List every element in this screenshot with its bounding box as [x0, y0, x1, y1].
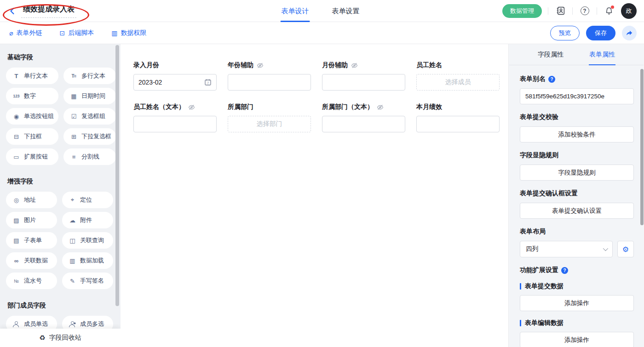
external-link-icon — [9, 30, 13, 36]
backend-script-icon — [59, 30, 65, 36]
image-icon — [12, 217, 20, 224]
tab-form-design[interactable]: 表单设计 — [282, 0, 309, 22]
field-item-label: 图片 — [24, 216, 36, 224]
form-external-link[interactable]: 表单外链 — [9, 29, 42, 37]
field-item-label: 复选框组 — [81, 112, 105, 120]
submit-data-label: 表单提交数据 — [520, 282, 634, 290]
field-item-single-line-text[interactable]: 单行文本 — [6, 68, 58, 84]
field-item-extend-button[interactable]: 扩展按钮 — [6, 148, 58, 165]
help-icon[interactable]: ? — [548, 76, 555, 83]
chevron-down-icon — [603, 246, 608, 251]
field-item-multi-line-text[interactable]: 多行文本 — [63, 68, 116, 84]
back-button[interactable] — [8, 7, 17, 15]
field-item-address[interactable]: 地址 — [6, 192, 57, 208]
field-item-divider-line[interactable]: 分割线 — [63, 148, 116, 165]
page-title: 绩效提成录入表 — [21, 4, 76, 18]
field-item-datetime[interactable]: 日期时间 — [63, 88, 116, 104]
tab-form-properties[interactable]: 表单属性 — [589, 44, 615, 65]
field-item-radio-group[interactable]: 单选按钮组 — [6, 108, 58, 125]
form-layout-label: 表单布局 — [520, 228, 634, 236]
avatar[interactable]: 政 — [621, 3, 637, 19]
form-alias-input[interactable] — [520, 88, 634, 104]
text-input[interactable] — [322, 116, 405, 132]
field-item-attachment[interactable]: 附件 — [62, 212, 113, 228]
date-input[interactable]: 2023-02 7 — [133, 74, 217, 91]
department-picker[interactable]: 选择部门 — [228, 116, 311, 132]
panel-scrollbar[interactable] — [640, 69, 644, 225]
backend-script-link[interactable]: 后端脚本 — [59, 29, 94, 37]
form-field-employee-name[interactable]: 员工姓名 选择成员 — [416, 61, 500, 91]
field-item-multi-dropdown[interactable]: 下拉复选框 — [63, 128, 116, 145]
text-input[interactable] — [133, 116, 217, 132]
preview-button[interactable]: 预览 — [550, 26, 580, 40]
address-book-button[interactable] — [554, 5, 566, 17]
link-label: 数据权限 — [121, 29, 146, 37]
data-manage-button[interactable]: 数据管理 — [502, 4, 542, 18]
field-item-label: 分割线 — [81, 153, 99, 161]
submit-confirm-button[interactable]: 表单提交确认设置 — [520, 203, 634, 219]
form-field-year-helper[interactable]: 年份辅助 — [228, 61, 311, 91]
label-text: 表单别名 — [520, 75, 546, 83]
member-picker[interactable]: 选择成员 — [416, 74, 500, 91]
divider-icon — [70, 154, 78, 160]
form-field-department-text[interactable]: 所属部门（文本） — [322, 103, 405, 132]
field-label: 所属部门（文本） — [322, 103, 374, 111]
field-item-linked-data[interactable]: 关联数据 — [6, 252, 57, 269]
data-permission-link[interactable]: 数据权限 — [111, 29, 146, 37]
edit-data-add-action-button[interactable]: 添加操作 — [520, 332, 634, 347]
label-text: 功能扩展设置 — [520, 266, 558, 274]
add-validation-button[interactable]: 添加校验条件 — [520, 126, 634, 142]
back-icon — [8, 7, 17, 15]
text-input[interactable] — [228, 74, 311, 91]
multi-dropdown-icon — [70, 133, 78, 140]
field-item-subform[interactable]: 子表单 — [6, 232, 57, 249]
text-input[interactable] — [322, 74, 405, 91]
field-item-dropdown[interactable]: 下拉框 — [6, 128, 58, 145]
field-label: 所属部门 — [228, 103, 253, 111]
field-item-checkbox-group[interactable]: 复选框组 — [63, 108, 116, 125]
field-item-label: 关联查询 — [80, 236, 104, 245]
gear-icon — [622, 245, 629, 254]
submit-confirm-label: 表单提交确认框设置 — [520, 189, 634, 198]
sidebar-scrollbar[interactable] — [115, 45, 119, 306]
form-canvas[interactable]: 录入月份 2023-02 7 年份辅助 — [121, 44, 508, 347]
accent-bar — [520, 283, 521, 290]
field-item-linked-query[interactable]: 关联查询 — [62, 232, 113, 249]
field-item-number[interactable]: 数字 — [6, 88, 58, 104]
save-button[interactable]: 保存 — [586, 26, 615, 40]
field-item-location[interactable]: 定位 — [62, 192, 113, 208]
field-item-serial-number[interactable]: 流水号 — [6, 273, 57, 289]
form-field-entry-month[interactable]: 录入月份 2023-02 7 — [133, 61, 217, 91]
layout-settings-button[interactable] — [617, 241, 634, 257]
text-input[interactable] — [416, 116, 500, 132]
field-recycle-bin-button[interactable]: 字段回收站 — [0, 329, 121, 347]
link-label: 表单外链 — [16, 29, 42, 37]
form-field-department[interactable]: 所属部门 选择部门 — [228, 103, 311, 132]
form-field-month-performance[interactable]: 本月绩效 — [416, 103, 500, 132]
field-visibility-button[interactable]: 字段显隐规则 — [520, 165, 634, 181]
help-icon[interactable]: ? — [561, 267, 568, 274]
notifications-button[interactable] — [603, 5, 615, 17]
share-button[interactable] — [622, 26, 637, 40]
layout-select[interactable]: 四列 — [520, 241, 613, 257]
form-field-month-helper[interactable]: 月份辅助 — [322, 61, 405, 91]
section-title-member-fields: 部门成员字段 — [7, 301, 113, 310]
calendar-icon: 7 — [204, 79, 212, 86]
member-single-icon — [12, 321, 20, 327]
field-label: 录入月份 — [133, 61, 159, 69]
address-icon — [12, 197, 20, 204]
datetime-icon — [70, 93, 78, 100]
eye-off-icon — [351, 62, 358, 69]
linked-data-icon — [12, 257, 20, 264]
share-arrow-icon — [626, 29, 633, 37]
field-item-signature[interactable]: 手写签名 — [62, 273, 113, 289]
submit-data-add-action-button[interactable]: 添加操作 — [520, 295, 634, 311]
field-item-data-load[interactable]: 数据加载 — [62, 252, 113, 269]
form-field-employee-name-text[interactable]: 员工姓名（文本） — [133, 103, 217, 132]
tab-field-properties[interactable]: 字段属性 — [538, 44, 564, 65]
field-label: 年份辅助 — [228, 61, 253, 69]
field-item-image[interactable]: 图片 — [6, 212, 57, 228]
help-button[interactable]: ? — [579, 5, 591, 17]
tab-form-settings[interactable]: 表单设置 — [332, 0, 360, 22]
eye-off-icon — [257, 62, 264, 69]
